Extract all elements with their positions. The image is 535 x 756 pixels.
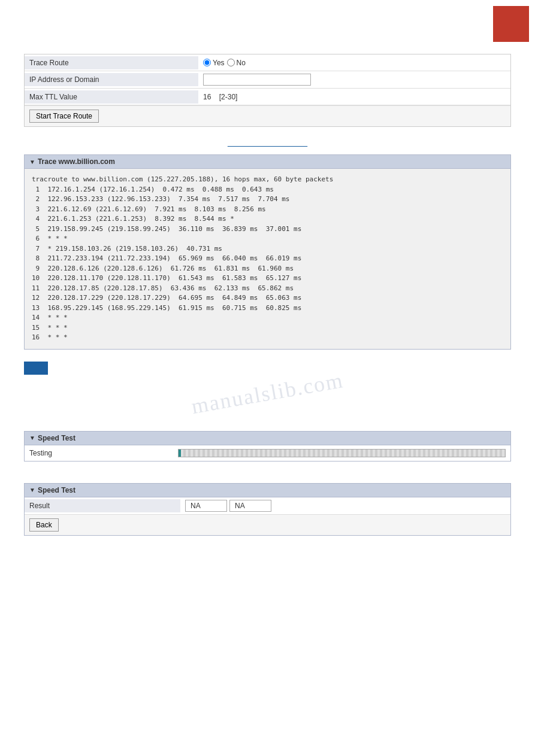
max-ttl-hint: [2-30] bbox=[219, 93, 238, 101]
speed-test-result-container: Result NA NA Back bbox=[24, 497, 511, 536]
testing-label: Testing bbox=[29, 449, 173, 457]
speed-test-2-arrow-icon: ▼ bbox=[29, 487, 35, 493]
trace-output: tracroute to www.billion.com (125.227.20… bbox=[25, 169, 510, 349]
result-values: NA NA bbox=[180, 497, 276, 514]
trace-result-section: ▼ Trace www.billion.com tracroute to www… bbox=[24, 154, 511, 350]
progress-bar-fill bbox=[179, 450, 181, 457]
yes-radio[interactable] bbox=[203, 59, 211, 66]
back-button-row: Back bbox=[25, 515, 510, 535]
ip-domain-input[interactable] bbox=[203, 74, 311, 86]
nav-link[interactable] bbox=[228, 139, 307, 147]
top-bar bbox=[0, 0, 535, 48]
max-ttl-number: 16 bbox=[203, 93, 211, 101]
result-val2: NA bbox=[229, 500, 271, 512]
max-ttl-value: 16 [2-30] bbox=[198, 90, 510, 104]
speed-test-bar-container: Testing bbox=[24, 445, 511, 462]
no-radio-label[interactable]: No bbox=[227, 59, 246, 67]
trace-route-form: Trace Route Yes No IP Address or Domain bbox=[24, 54, 511, 127]
trace-route-radio-group: Yes No bbox=[203, 59, 506, 67]
ip-domain-label: IP Address or Domain bbox=[25, 73, 198, 86]
no-radio[interactable] bbox=[227, 59, 235, 66]
max-ttl-row: Max TTL Value 16 [2-30] bbox=[25, 89, 510, 105]
back-button[interactable]: Back bbox=[29, 518, 59, 532]
trace-route-value: Yes No bbox=[198, 56, 510, 69]
start-trace-route-button[interactable]: Start Trace Route bbox=[29, 110, 99, 123]
trace-route-row: Trace Route Yes No bbox=[25, 54, 510, 71]
speed-test-1-title: Speed Test bbox=[38, 434, 75, 442]
page-content: Trace Route Yes No IP Address or Domain bbox=[0, 48, 535, 554]
yes-radio-label[interactable]: Yes bbox=[203, 59, 225, 67]
trace-route-label: Trace Route bbox=[25, 56, 198, 69]
speed-test-2-title: Speed Test bbox=[38, 486, 75, 494]
result-label: Result bbox=[25, 499, 180, 512]
speed-test-result-section: ▼ Speed Test Result NA NA Back bbox=[24, 483, 511, 536]
result-row: Result NA NA bbox=[25, 497, 510, 515]
progress-bar bbox=[178, 449, 506, 457]
blue-rect bbox=[24, 362, 48, 375]
start-trace-button-row: Start Trace Route bbox=[25, 105, 510, 126]
speed-test-progress-section: ▼ Speed Test Testing bbox=[24, 431, 511, 462]
ip-domain-value bbox=[198, 71, 510, 88]
trace-result-header: ▼ Trace www.billion.com bbox=[24, 154, 511, 169]
speed-test-2-header: ▼ Speed Test bbox=[24, 483, 511, 497]
logo-red-square bbox=[493, 6, 529, 42]
speed-test-1-header: ▼ Speed Test bbox=[24, 431, 511, 445]
trace-result-title: Trace www.billion.com bbox=[38, 157, 115, 166]
result-val1: NA bbox=[185, 500, 227, 512]
trace-output-container: tracroute to www.billion.com (125.227.20… bbox=[24, 169, 511, 350]
speed-test-1-arrow-icon: ▼ bbox=[29, 435, 35, 441]
ip-domain-row: IP Address or Domain bbox=[25, 71, 510, 89]
max-ttl-label: Max TTL Value bbox=[25, 90, 198, 104]
trace-arrow-icon: ▼ bbox=[29, 159, 35, 165]
